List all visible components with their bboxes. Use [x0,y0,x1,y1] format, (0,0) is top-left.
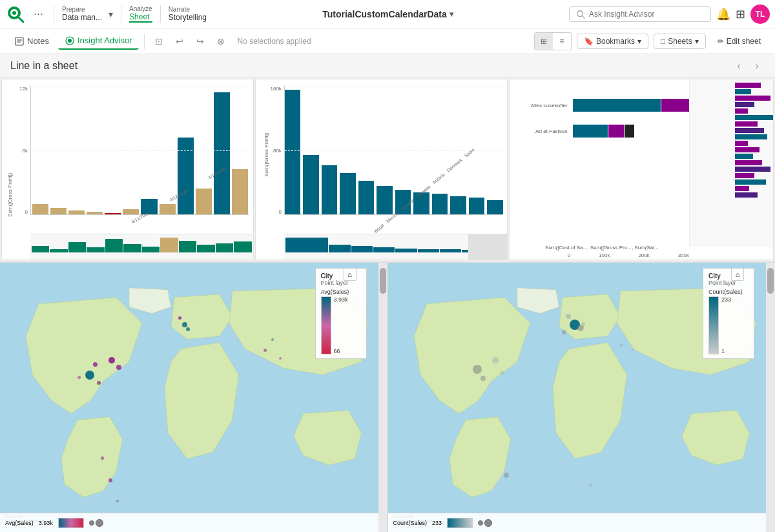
notes-icon [14,36,25,46]
svg-rect-19 [735,128,764,133]
view-toggle: ⊞ ≡ [534,32,572,50]
circle-2 [96,519,103,527]
legend-scale-2: 233 1 [721,296,731,354]
map-legend-2: City Point layer Count(Sales) 233 1 [703,268,754,359]
map-count-sales[interactable]: City Point layer Count(Sales) 233 1 ⌂ [388,263,776,532]
bar [340,173,355,214]
bar [487,200,502,214]
bar [87,212,103,214]
legend-gradient [321,296,331,354]
chart-gross-profit-date[interactable]: 12k 6k 0 Sum([Gross Profit]) [1,79,254,260]
strip-svg [690,79,773,247]
page-title-bar: Line in a sheet ‹ › [0,54,775,77]
home-icon-1[interactable]: ⌂ [344,268,356,281]
hbar-label-1: Alles Lusekofter [515,103,568,108]
edit-sheet-button[interactable]: ✏ Edit sheet [711,34,767,48]
map-scrollbar-1[interactable] [378,263,388,532]
map-bg-1: City Point layer Avg(Sales) 3.93k 66 ⌂ [0,263,388,532]
bar [469,198,484,214]
chart1-bars-area [30,86,249,215]
svg-point-10 [68,39,72,43]
bar [32,204,48,214]
analyze-nav[interactable]: Analyze Sheet [129,5,152,23]
svg-rect-25 [735,167,770,172]
bookmarks-button[interactable]: 🔖 Bookmarks ▾ [577,34,648,49]
smart-search-icon[interactable]: ⊡ [150,32,168,50]
map-bottom-legend-2: Count(Sales) 233 [388,513,767,532]
map-dot [85,371,94,380]
svg-rect-16 [735,108,748,114]
apps-grid-icon[interactable]: ⊞ [736,7,745,21]
toolbar: Notes Insight Advisor ⊡ ↩ ↪ ⊗ No selecti… [0,28,775,54]
insight-advisor-button[interactable]: Insight Advisor [58,33,139,50]
map-dot [108,357,115,363]
mini-chart-1[interactable] [30,234,253,260]
narrate-nav[interactable]: Narrate Storytelling [169,6,207,22]
sheets-button[interactable]: □ Sheets ▾ [654,34,706,49]
svg-point-2 [12,11,16,15]
notification-icon[interactable]: 🔔 [716,7,730,21]
prev-page-button[interactable]: ‹ [731,58,747,74]
gridline3 [285,86,503,87]
clear-selections-icon[interactable]: ⊗ [212,32,230,50]
main-content: 12k 6k 0 Sum([Gross Profit]) [0,77,775,532]
grid-view-btn[interactable]: ⊞ [535,33,553,50]
gridline2 [32,150,251,151]
map-legend-1: City Point layer Avg(Sales) 3.93k 66 [315,268,367,359]
legend-gradient-2 [708,296,719,354]
mini-chart-2[interactable] [284,234,507,260]
chart-horizontal-bars[interactable]: Alles Lusekofter Art et Fashion [509,79,774,260]
map-dot [279,357,282,360]
map-scrollbar-2[interactable] [766,263,775,532]
svg-rect-28 [735,186,749,191]
hbar-seg-teal [573,99,661,112]
notes-button[interactable]: Notes [8,34,56,49]
svg-rect-6 [16,37,23,45]
svg-rect-21 [735,141,748,146]
page-title: Line in a sheet [10,60,731,72]
map-dot [271,338,274,341]
insight-icon [65,36,75,46]
app-dropdown-icon[interactable]: ▾ [450,10,453,19]
hbar-seg2-teal [573,125,608,138]
app-title: TutorialCustomCalendarData ▾ [212,9,564,19]
selections-forward-icon[interactable]: ↪ [191,32,209,50]
home-icon-2[interactable]: ⌂ [731,268,744,281]
map-bottom-legend-1: Avg(Sales) 3.93k [0,513,378,532]
mini-scroll-indicator [468,234,507,260]
qlik-logo[interactable] [5,4,26,25]
list-view-btn[interactable]: ≡ [553,33,571,50]
bar [105,213,121,214]
chart-gross-profit-country[interactable]: 160k 80k 0 Sum([Gross Profit]) [255,79,508,260]
x-label-3: Sum([Cost of Sa..., Sum([Gross Pro..., S… [515,245,689,251]
svg-rect-22 [735,147,760,152]
bar [214,92,230,214]
x-axis-labels-3: 0 100k 200k 300k [568,252,689,258]
circle-3 [478,520,483,526]
charts-row: 12k 6k 0 Sum([Gross Profit]) [0,77,775,261]
next-page-button[interactable]: › [749,58,765,74]
bottom-gradient-1 [58,518,84,528]
search-input[interactable] [589,10,692,19]
search-bar[interactable] [569,6,711,22]
map-avg-sales[interactable]: City Point layer Avg(Sales) 3.93k 66 ⌂ [0,263,388,532]
page-nav-arrows: ‹ › [731,58,765,74]
toolbar-right: ⊞ ≡ 🔖 Bookmarks ▾ □ Sheets ▾ ✏ Edit shee… [534,32,767,50]
map-dot [581,322,585,326]
svg-rect-17 [735,115,773,120]
hbar-seg2-purple [608,125,624,138]
circle-legend-2 [478,519,492,527]
prepare-nav[interactable]: Prepare Data man... [62,6,102,22]
selections-back-icon[interactable]: ↩ [170,32,189,50]
more-options-icon[interactable]: ··· [31,7,46,21]
svg-rect-20 [735,134,767,139]
prepare-dropdown-icon[interactable]: ▾ [108,9,113,19]
legend-gradient-container-2: 233 1 [708,296,749,354]
maps-row: City Point layer Avg(Sales) 3.93k 66 ⌂ [0,263,775,532]
bar [285,90,300,214]
bar [358,181,374,214]
avatar[interactable]: TL [750,5,770,24]
bar [50,208,67,214]
legend-metric-1: Avg(Sales) [321,289,361,295]
svg-rect-24 [735,160,762,165]
